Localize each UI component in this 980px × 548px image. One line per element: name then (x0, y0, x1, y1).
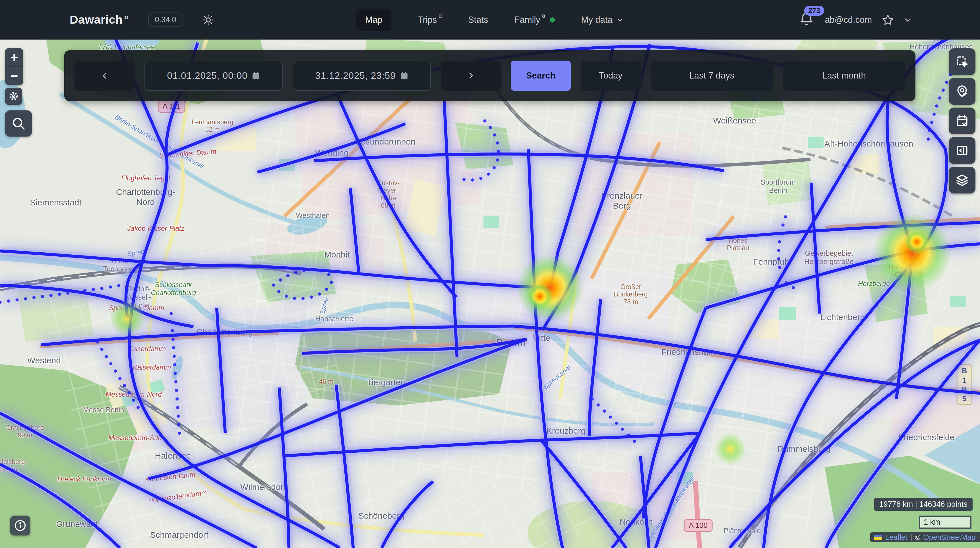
last-7-days-button[interactable]: Last 7 days (651, 61, 773, 91)
user-email[interactable]: ab@cd.com (825, 15, 872, 25)
date-range-toolbar: 01.01.2025, 00:00 31.12.2025, 23:59 Sear… (64, 50, 915, 101)
dawarich-app: BerlinMitteSiemensstadtCharlottenburg- N… (0, 0, 980, 548)
sun-icon (202, 14, 214, 26)
theme-toggle-button[interactable] (201, 13, 215, 27)
previous-range-button[interactable] (75, 61, 135, 91)
right-panel-toggle-button[interactable] (949, 137, 975, 164)
map-scale-control: 1 km (919, 516, 972, 529)
layers-button[interactable] (949, 167, 975, 193)
today-button[interactable]: Today (581, 61, 641, 91)
search-button[interactable]: Search (511, 61, 571, 91)
info-icon (14, 519, 27, 532)
visits-pin-icon (955, 84, 969, 99)
top-navbar: Dawarichα 0.34.0 Map Tripsα Stats Family… (0, 0, 980, 40)
alpha-superscript: α (124, 13, 129, 21)
online-status-dot (550, 18, 555, 22)
tab-map[interactable]: Map (356, 8, 391, 31)
visits-button[interactable] (949, 78, 975, 105)
star-icon[interactable] (881, 14, 894, 26)
attribution-separator: | (910, 533, 912, 542)
end-datetime-input[interactable]: 31.12.2025, 23:59 (293, 61, 431, 91)
map-search-button[interactable] (5, 110, 32, 137)
calendar-check-icon (955, 114, 969, 128)
attribution-copyright: © (915, 533, 920, 542)
settings-gear-icon (8, 91, 19, 102)
tab-my-data[interactable]: My data (581, 15, 624, 25)
chevron-left-icon (100, 72, 109, 80)
openstreetmap-link[interactable]: OpenStreetMap (923, 533, 975, 542)
search-icon (11, 116, 26, 131)
map-attribution: Leaflet | © OpenStreetMap (870, 532, 980, 542)
calendar-panel-button[interactable] (949, 108, 975, 134)
tab-stats[interactable]: Stats (468, 15, 488, 25)
map-settings-button[interactable] (5, 88, 22, 105)
notifications-button[interactable]: 273 (799, 12, 815, 28)
app-logo[interactable]: Dawarichα (70, 13, 129, 27)
zoom-out-button[interactable]: − (5, 67, 23, 85)
calendar-icon (252, 71, 260, 80)
last-month-button[interactable]: Last month (783, 61, 905, 91)
area-select-button[interactable] (949, 48, 975, 75)
tab-family[interactable]: Familyα (514, 15, 555, 25)
zoom-in-button[interactable]: + (5, 48, 23, 67)
calendar-icon (400, 71, 408, 80)
version-badge[interactable]: 0.34.0 (148, 13, 183, 27)
start-datetime-input[interactable]: 01.01.2025, 00:00 (145, 61, 283, 91)
notifications-count-badge: 273 (804, 6, 824, 16)
user-menu-chevron-icon[interactable] (904, 16, 912, 24)
main-nav-tabs: Map Tripsα Stats Familyα My data (356, 8, 624, 31)
layers-icon (955, 173, 969, 187)
tab-trips[interactable]: Tripsα (418, 15, 442, 25)
zoom-control: + − (5, 48, 23, 85)
leaflet-link[interactable]: Leaflet (885, 533, 907, 542)
panel-toggle-icon (955, 143, 969, 158)
area-select-icon (955, 55, 969, 69)
chevron-down-icon (617, 16, 624, 24)
ukraine-flag-icon (874, 535, 882, 540)
distance-points-badge: 19776 km | 146346 points (874, 498, 973, 511)
next-range-button[interactable] (441, 61, 501, 91)
map-info-button[interactable] (10, 516, 30, 535)
chevron-right-icon (467, 72, 475, 80)
